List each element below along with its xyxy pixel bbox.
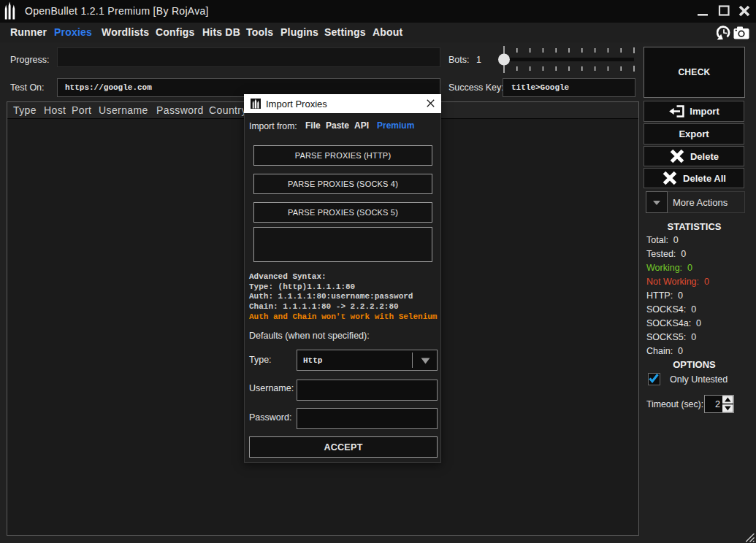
svg-text:2: 2 (715, 399, 720, 409)
